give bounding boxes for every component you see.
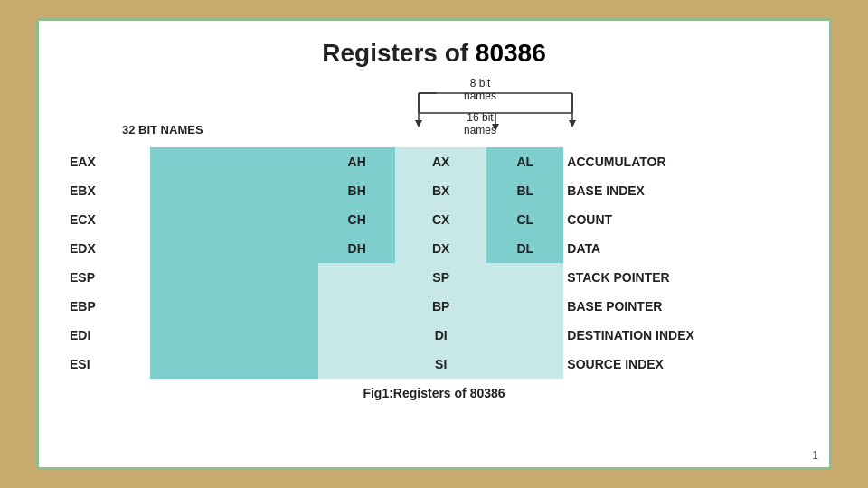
figure-caption: Fig1:Registers of 80386 — [363, 386, 505, 400]
col-left — [150, 147, 318, 176]
col-desc: DESTINATION INDEX — [563, 321, 802, 350]
col-desc: STACK POINTER — [563, 263, 802, 292]
col-desc: COUNT — [563, 205, 802, 234]
slide: Registers of 80386 32 BIT NAMES — [36, 18, 832, 470]
col-desc: BASE POINTER — [563, 292, 802, 321]
col-left — [150, 205, 318, 234]
label-32bit: 32 BIT NAMES — [122, 123, 203, 136]
col-h: BH — [318, 176, 395, 205]
col-x: DX — [395, 234, 486, 263]
table-row: EBX BH BX BL BASE INDEX — [66, 176, 802, 205]
table-row: EDX DH DX DL DATA — [66, 234, 802, 263]
col-h: DH — [318, 234, 395, 263]
col-desc: DATA — [563, 234, 802, 263]
col-l: DL — [486, 234, 563, 263]
col-left — [150, 176, 318, 205]
svg-marker-5 — [569, 120, 576, 127]
label-8bit: 8 bitnames — [464, 77, 496, 102]
table-row: ECX CH CX CL COUNT — [66, 205, 802, 234]
col-desc: BASE INDEX — [563, 176, 802, 205]
label-16bit: 16 bitnames — [464, 111, 496, 136]
reg-name: ESP — [66, 263, 150, 292]
col-x: AX — [395, 147, 486, 176]
col-desc: SOURCE INDEX — [563, 350, 802, 379]
col-h: CH — [318, 205, 395, 234]
col-x: BX — [395, 176, 486, 205]
col-si: SI — [318, 350, 563, 379]
table-row: EDI DI DESTINATION INDEX — [66, 321, 802, 350]
col-sp: SP — [318, 263, 563, 292]
reg-name: EAX — [66, 147, 150, 176]
col-l: CL — [486, 205, 563, 234]
col-di: DI — [318, 321, 563, 350]
col-left — [150, 263, 318, 292]
register-table: EAX AH AX AL ACCUMULATOR EBX BH BX BL BA… — [66, 147, 802, 379]
col-h: AH — [318, 147, 395, 176]
reg-name: EBP — [66, 292, 150, 321]
table-row: ESI SI SOURCE INDEX — [66, 350, 802, 379]
table-row: EAX AH AX AL ACCUMULATOR — [66, 147, 802, 176]
table-row: ESP SP STACK POINTER — [66, 263, 802, 292]
col-left — [150, 234, 318, 263]
table-row: EBP BP BASE POINTER — [66, 292, 802, 321]
col-bp: BP — [318, 292, 563, 321]
col-left — [150, 321, 318, 350]
reg-name: EBX — [66, 176, 150, 205]
reg-name: ESI — [66, 350, 150, 379]
reg-name: EDI — [66, 321, 150, 350]
col-x: CX — [395, 205, 486, 234]
col-left — [150, 350, 318, 379]
slide-title: Registers of 80386 — [322, 39, 545, 68]
col-desc: ACCUMULATOR — [563, 147, 802, 176]
reg-name: ECX — [66, 205, 150, 234]
col-left — [150, 292, 318, 321]
svg-marker-2 — [415, 120, 422, 127]
annotation-area: 32 BIT NAMES 8 bitnames 16 bitnames — [66, 75, 802, 140]
reg-name: EDX — [66, 234, 150, 263]
col-l: AL — [486, 147, 563, 176]
page-number: 1 — [812, 449, 818, 462]
col-l: BL — [486, 176, 563, 205]
